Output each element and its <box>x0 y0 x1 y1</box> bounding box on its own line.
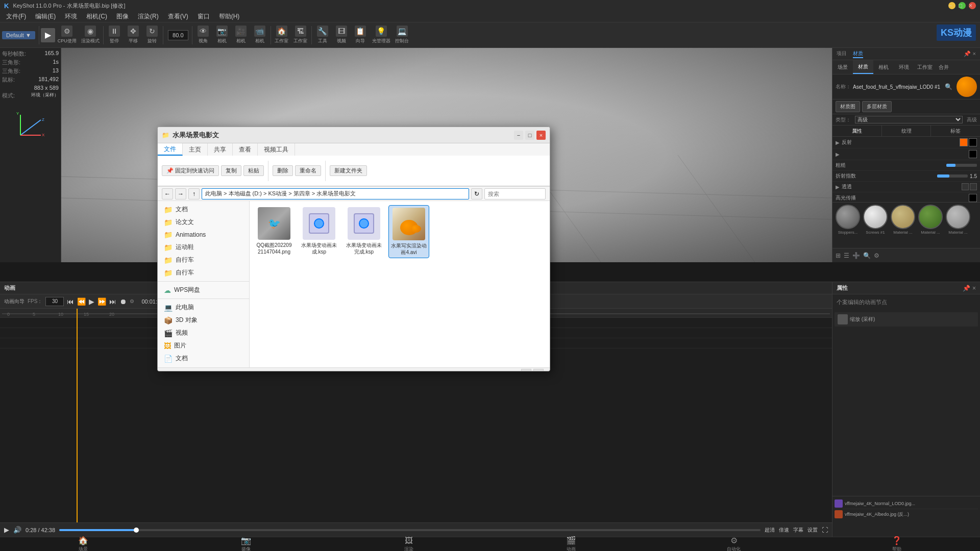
fd-rename-button[interactable]: 重命名 <box>295 165 321 176</box>
mp-material-preview[interactable] <box>957 77 977 97</box>
transparency-icon2[interactable] <box>970 183 977 190</box>
toolbar-pan[interactable]: ✥平移 <box>124 24 142 45</box>
thumb-0[interactable] <box>836 205 860 229</box>
fd-delete-button[interactable]: 删除 <box>273 165 293 176</box>
fd-sidebar-3d[interactable]: 📦 3D 对象 <box>158 314 249 327</box>
menu-view[interactable]: 查看(V) <box>164 11 192 22</box>
thumb-4[interactable] <box>946 205 970 229</box>
fd-sidebar-animations[interactable]: 📁 Animations <box>158 229 249 241</box>
menu-help[interactable]: 帮助(H) <box>215 11 244 22</box>
anim-prev-frame-button[interactable]: ⏪ <box>77 297 86 306</box>
rough-slider[interactable] <box>946 164 977 167</box>
mode-tab-environment[interactable]: 环境 <box>894 60 914 74</box>
fd-copy-button[interactable]: 复制 <box>221 165 241 176</box>
fd-tab-video-tools[interactable]: 视频工具 <box>258 143 295 156</box>
pb-fullscreen[interactable]: ⛶ <box>822 527 828 534</box>
fd-sidebar-pictures[interactable]: 🖼 图片 <box>158 339 249 352</box>
transparency-icon1[interactable] <box>962 183 969 190</box>
tab-project[interactable]: 项目 <box>837 50 847 58</box>
mode-tab-asset[interactable]: 合并 <box>936 60 952 74</box>
mp-list-icon[interactable]: ☰ <box>844 252 849 259</box>
fd-search-input[interactable] <box>484 188 546 199</box>
fd-pin-button[interactable]: 📌 固定到快速访问 <box>162 165 219 176</box>
thumb-3[interactable] <box>918 205 943 229</box>
pb-subtitles[interactable]: 字幕 <box>793 527 803 534</box>
sb-scene[interactable]: 🏠场景 <box>70 536 96 551</box>
fd-tab-share[interactable]: 共享 <box>208 143 233 156</box>
pb-play-icon[interactable]: ▶ <box>4 526 9 534</box>
tab-material[interactable]: 材质 <box>853 50 863 58</box>
toolbar-rotate[interactable]: ↻旋转 <box>143 24 161 45</box>
props-pin-icon[interactable]: 📌 <box>963 285 970 292</box>
empty-expand[interactable]: ▶ <box>836 152 840 157</box>
fd-file-1[interactable]: 水果场变动画未成.ksp <box>299 205 339 258</box>
mat-map-button[interactable]: 材质图 <box>836 101 860 112</box>
fd-tab-home[interactable]: 主页 <box>183 143 208 156</box>
fd-maximize-button[interactable]: □ <box>525 131 534 140</box>
pb-progress-thumb[interactable] <box>134 528 139 533</box>
mp-settings-icon[interactable]: ⚙ <box>874 252 879 259</box>
anim-settings-icon[interactable]: ⚙ <box>130 298 134 304</box>
toolbar-workroom2[interactable]: 🏗工作室 <box>291 24 310 45</box>
menu-image[interactable]: 图像 <box>112 11 133 22</box>
mp-pin-icon[interactable]: 📌 <box>964 51 971 57</box>
sb-help[interactable]: ❓帮助 <box>884 536 910 551</box>
pb-speed[interactable]: 倍速 <box>779 527 789 534</box>
toolbar-pause[interactable]: ⏸暂停 <box>105 24 124 45</box>
anim-record-button[interactable]: ⏺ <box>119 297 127 306</box>
maximize-button[interactable]: □ <box>959 2 966 9</box>
mp-close-icon[interactable]: × <box>973 51 976 57</box>
toolbar-render-mode[interactable]: ◉渲染模式 <box>79 24 102 45</box>
anim-skip-end-button[interactable]: ⏭ <box>109 297 116 306</box>
reflection-expand[interactable]: ▶ <box>836 140 840 145</box>
toolbar-video[interactable]: 🎞视频 <box>332 24 351 45</box>
fd-back-button[interactable]: ← <box>162 188 173 199</box>
toolbar-guide[interactable]: 📋向导 <box>351 24 370 45</box>
mp-add-icon[interactable]: ➕ <box>852 252 860 259</box>
fd-file-2[interactable]: 水果场变动画未完成.ksp <box>344 205 384 258</box>
mp-search-icon[interactable]: 🔍 <box>945 83 952 90</box>
menu-render[interactable]: 渲染(R) <box>134 11 163 22</box>
fd-sidebar-bike1[interactable]: 📁 自行车 <box>158 254 249 266</box>
attr-tab-properties[interactable]: 属性 <box>832 126 882 136</box>
toolbar-tools[interactable]: 🔧工具 <box>313 24 332 45</box>
scene-thumb-0[interactable]: 缩放 (采样) <box>835 312 978 327</box>
fd-sidebar-thesis[interactable]: 📁 论文文 <box>158 216 249 229</box>
play-button[interactable]: ▶ <box>41 28 55 42</box>
fd-file-3[interactable]: 水果写实渲染动画4.avi <box>388 205 429 258</box>
transparency-expand[interactable]: ▶ <box>836 184 840 190</box>
pb-settings[interactable]: 设置 <box>807 527 818 534</box>
toolbar-cpu[interactable]: ⚙CPU使用 <box>56 24 79 45</box>
fd-address-path[interactable]: 此电脑 > 本地磁盘 (D:) > KS动漫 > 第四章 > 水果场景电影文 <box>202 188 469 199</box>
sb-automation[interactable]: ⚙自动化 <box>721 536 747 551</box>
menu-file[interactable]: 文件(F) <box>2 11 30 22</box>
toolbar-console[interactable]: 💻控制台 <box>393 24 411 45</box>
mode-tab-scene[interactable]: 场景 <box>832 60 853 74</box>
mp-grid-icon[interactable]: ⊞ <box>836 252 841 259</box>
fd-minimize-button[interactable]: − <box>514 131 523 140</box>
fd-paste-button[interactable]: 粘贴 <box>243 165 264 176</box>
fd-sidebar-shoes[interactable]: 📁 运动鞋 <box>158 241 249 254</box>
anim-play-button[interactable]: ▶ <box>89 297 94 306</box>
reflection-black-swatch[interactable] <box>969 138 977 146</box>
fd-sidebar-downloads[interactable]: ⬇ 下载 <box>158 365 249 367</box>
specular-swatch[interactable] <box>969 194 977 202</box>
sb-animation[interactable]: 🎬动画 <box>558 536 584 551</box>
menu-camera[interactable]: 相机(C) <box>82 11 111 22</box>
attr-tab-labels[interactable]: 标签 <box>931 126 980 136</box>
fd-sidebar-docs2[interactable]: 📄 文档 <box>158 352 249 365</box>
fd-refresh-button[interactable]: ↻ <box>471 188 482 199</box>
ior-slider[interactable] <box>937 174 968 178</box>
close-button[interactable]: × <box>969 2 976 9</box>
fd-sidebar-docs[interactable]: 📁 文档 <box>158 203 249 216</box>
anim-skip-start-button[interactable]: ⏮ <box>67 297 74 306</box>
anim-next-frame-button[interactable]: ⏩ <box>97 297 106 306</box>
fd-sidebar-wps[interactable]: ☁ WPS网盘 <box>158 284 249 296</box>
empty-black-swatch[interactable] <box>969 150 977 158</box>
fd-tab-view[interactable]: 查看 <box>233 143 258 156</box>
sb-camera[interactable]: 📷摄像 <box>233 536 259 551</box>
toolbar-workroom[interactable]: 🏠工作室 <box>273 24 291 45</box>
fd-sidebar-bike2[interactable]: 📁 自行车 <box>158 266 249 279</box>
pb-quality[interactable]: 超清 <box>765 527 775 534</box>
menu-window[interactable]: 窗口 <box>193 11 214 22</box>
